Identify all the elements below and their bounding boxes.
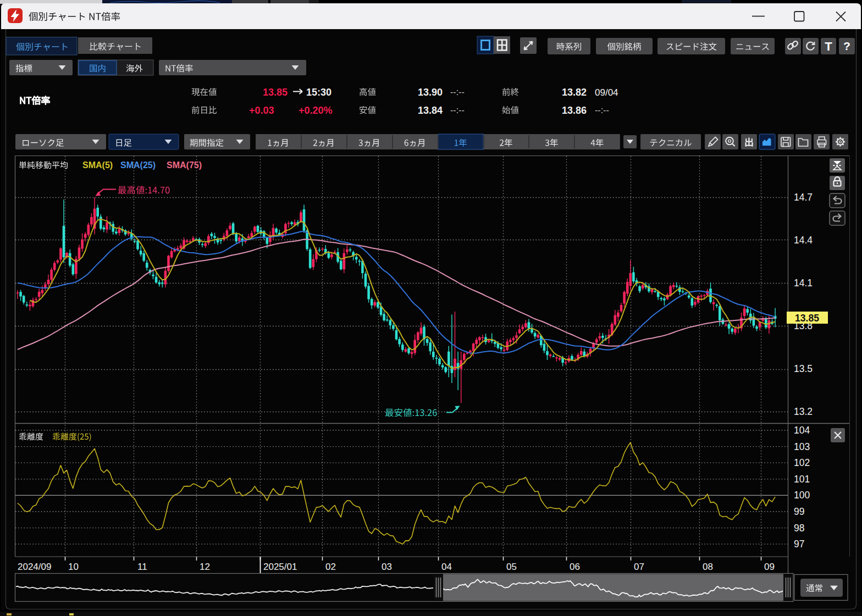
svg-text:SMA(25): SMA(25) bbox=[120, 160, 156, 170]
svg-text:98: 98 bbox=[794, 523, 804, 534]
svg-text:04: 04 bbox=[441, 562, 452, 572]
svg-text:15:30: 15:30 bbox=[306, 87, 331, 98]
svg-text:101: 101 bbox=[794, 474, 810, 485]
svg-text:T: T bbox=[825, 40, 832, 53]
svg-text:2024/09: 2024/09 bbox=[18, 562, 51, 572]
svg-text:99: 99 bbox=[794, 506, 804, 517]
svg-text:12: 12 bbox=[200, 562, 210, 572]
svg-text:13.85: 13.85 bbox=[795, 313, 819, 324]
svg-text:?: ? bbox=[843, 40, 850, 52]
svg-text:10: 10 bbox=[68, 562, 79, 572]
svg-text:100: 100 bbox=[794, 490, 810, 501]
svg-text:13.2: 13.2 bbox=[794, 406, 813, 417]
svg-text:SMA(75): SMA(75) bbox=[167, 160, 202, 170]
svg-text:03: 03 bbox=[382, 562, 392, 572]
svg-text:+0.20%: +0.20% bbox=[299, 105, 333, 116]
svg-text:05: 05 bbox=[506, 562, 517, 572]
svg-text:11: 11 bbox=[137, 562, 147, 572]
svg-text:13.5: 13.5 bbox=[794, 363, 813, 374]
svg-text:--:--: --:-- bbox=[450, 106, 465, 115]
svg-text:06: 06 bbox=[570, 562, 580, 572]
svg-text:+0.03: +0.03 bbox=[249, 105, 274, 116]
svg-text:97: 97 bbox=[794, 539, 804, 550]
svg-text:02: 02 bbox=[325, 562, 336, 572]
svg-text:102: 102 bbox=[794, 457, 810, 468]
svg-text:--:--: --:-- bbox=[450, 87, 465, 97]
svg-text:13.85: 13.85 bbox=[263, 87, 288, 98]
svg-text:14.7: 14.7 bbox=[794, 192, 813, 203]
svg-text:--:--: --:-- bbox=[595, 106, 609, 115]
svg-text:13.82: 13.82 bbox=[562, 87, 587, 98]
svg-text:14.1: 14.1 bbox=[794, 278, 813, 288]
svg-text:07: 07 bbox=[634, 562, 644, 572]
svg-text:09/04: 09/04 bbox=[595, 87, 618, 98]
svg-text:103: 103 bbox=[794, 441, 810, 452]
svg-text:14.4: 14.4 bbox=[794, 235, 813, 246]
svg-text:13.90: 13.90 bbox=[418, 87, 443, 98]
svg-text:104: 104 bbox=[794, 425, 810, 436]
svg-text:13.86: 13.86 bbox=[562, 105, 587, 116]
svg-text:13.84: 13.84 bbox=[418, 105, 443, 116]
svg-text:2025/01: 2025/01 bbox=[263, 562, 297, 572]
svg-text:08: 08 bbox=[703, 562, 713, 572]
svg-text:SMA(5): SMA(5) bbox=[82, 160, 113, 170]
svg-text:09: 09 bbox=[764, 562, 775, 572]
